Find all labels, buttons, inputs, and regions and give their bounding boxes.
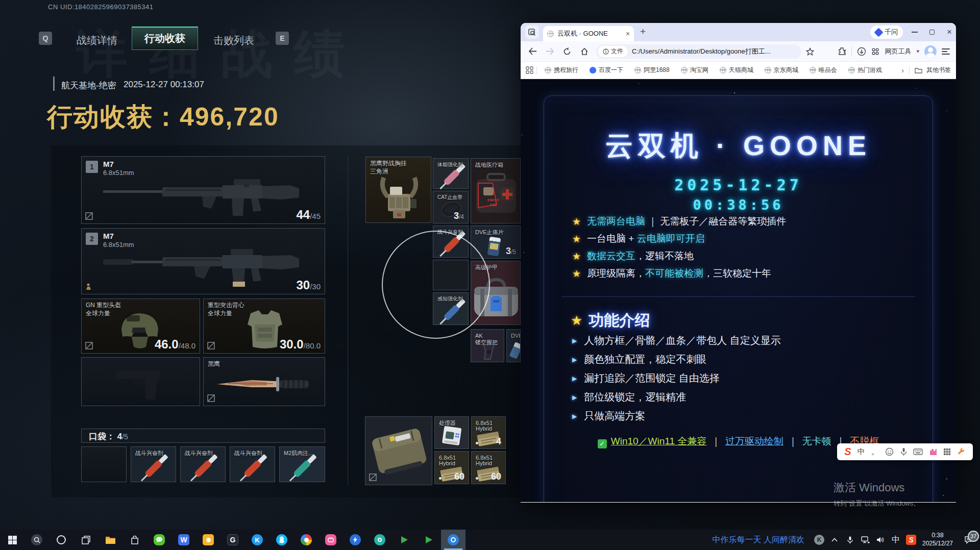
app-thunder-button[interactable] <box>343 530 368 550</box>
taskbar-clock[interactable]: 0:38 2025/12/27 <box>919 532 957 547</box>
pocket-slot-empty[interactable] <box>81 446 127 482</box>
app-g-button[interactable]: G <box>220 530 245 550</box>
tab-close-icon[interactable]: × <box>626 30 630 37</box>
store-button[interactable] <box>122 530 147 550</box>
notification-center-button[interactable]: 37 <box>957 536 980 544</box>
bookmark-tmall[interactable]: 天猫商城 <box>715 66 758 74</box>
tab-battle-detail[interactable]: 战绩详情 <box>77 34 117 47</box>
processor-card[interactable]: 处理器 <box>434 416 469 449</box>
other-bookmarks-label[interactable]: 其他书签 <box>926 66 951 74</box>
ime-mode-chinese[interactable]: 中 <box>857 447 865 457</box>
clipped-item-card[interactable]: DVE <box>506 329 521 362</box>
ammo-card-1[interactable]: 6.8x51 Hybrid 4 <box>471 416 506 449</box>
bookmark-star-button[interactable] <box>801 47 819 56</box>
emoji-icon[interactable] <box>885 447 894 456</box>
qq-button[interactable] <box>270 530 294 550</box>
pocket-slot-stim-1[interactable]: 战斗兴奋剂 <box>131 446 176 482</box>
bookmark-vip[interactable]: 唯品会 <box>805 66 842 74</box>
vest-slot[interactable]: 重型突击背心 全球力量 30.0/80.0 <box>203 298 325 354</box>
app-k-button[interactable]: K <box>245 530 270 550</box>
active-tab[interactable]: 云双机 · GOONE × <box>543 26 634 41</box>
mic-icon[interactable] <box>900 447 907 456</box>
tab-search-icon <box>528 29 536 36</box>
tab-action-harvest[interactable]: 行动收获 <box>132 27 198 50</box>
supply-case-card[interactable] <box>365 416 432 485</box>
sogou-logo-icon[interactable]: S <box>844 446 851 458</box>
wechat-button[interactable] <box>147 530 172 550</box>
tab-key-right: E <box>276 32 289 45</box>
extensions-puzzle-icon[interactable] <box>838 47 846 56</box>
medkit-card[interactable]: 战地医疗箱 FIRST AID <box>471 158 521 223</box>
new-tab-button[interactable]: + <box>640 26 646 37</box>
back-button[interactable] <box>524 47 541 55</box>
tray-network-icon[interactable] <box>857 536 873 543</box>
tray-chevron-up-icon[interactable] <box>827 538 842 542</box>
bullet-icon: ▶ <box>572 394 577 401</box>
toolbox-grid-icon[interactable] <box>943 448 951 456</box>
app-w-button[interactable]: W <box>172 530 196 550</box>
weapon-slot-2[interactable]: 2 M7 6.8x51mm 30/30 <box>81 228 325 294</box>
minimize-button[interactable] <box>906 23 923 41</box>
taskbar-search-button[interactable] <box>24 530 49 550</box>
active-browser-button[interactable] <box>441 530 465 550</box>
tab-search-button[interactable] <box>525 26 539 39</box>
profile-avatar[interactable] <box>924 45 937 58</box>
tray-sogou-icon[interactable]: S <box>903 535 919 545</box>
browser-colorful-button[interactable] <box>294 530 318 550</box>
ammo-card-3[interactable]: 6.8x51 Hybrid 60 <box>471 451 506 484</box>
qianwen-button[interactable]: 千问 <box>870 26 903 39</box>
tray-ime-indicator[interactable]: 中 <box>888 535 903 545</box>
item-name: 战斗兴奋剂 <box>185 449 213 457</box>
reload-button[interactable] <box>558 47 576 56</box>
helmet-slot[interactable]: GN 重型头盔 全球力量 46.0/48.0 <box>81 298 200 354</box>
bookmark-1688[interactable]: 阿里1688 <box>630 66 674 74</box>
bookmark-jd[interactable]: 京东商城 <box>760 66 803 74</box>
tray-mic-icon[interactable] <box>842 536 857 544</box>
remote-app-2-button[interactable] <box>416 530 441 550</box>
downloads-icon[interactable] <box>857 47 866 56</box>
file-explorer-button[interactable] <box>98 530 122 550</box>
url-text[interactable]: C:/Users/Administrator/Desktop/goone打图工.… <box>632 47 771 56</box>
bookmark-taobao[interactable]: 淘宝网 <box>676 66 713 74</box>
weapon-slot-1[interactable]: 1 M7 6.8x51mm 44/45 <box>81 156 325 224</box>
web-tools-label[interactable]: 网页工具 <box>885 47 911 56</box>
skin-puzzle-icon[interactable] <box>929 448 937 456</box>
tools-chevron-down-icon[interactable]: ▾ <box>916 48 919 55</box>
app-pink-button[interactable] <box>318 530 343 550</box>
bookmark-hot-games[interactable]: 热门游戏 <box>844 66 887 74</box>
stamina-stim-card[interactable]: 体能强化剂 <box>433 158 469 189</box>
remote-app-1-button[interactable] <box>392 530 416 550</box>
bookmark-xiecheng[interactable]: 携程旅行 <box>540 66 583 74</box>
browser-menu-icon[interactable] <box>942 47 950 56</box>
task-view-button[interactable] <box>74 530 98 550</box>
ammo-card-2[interactable]: 6.8x51 Hybrid 60 <box>434 451 469 484</box>
app-yellow-button[interactable] <box>196 530 220 550</box>
pocket-slot-stim-3[interactable]: 战斗兴奋剂 <box>230 446 275 482</box>
bookmarks-overflow-chevron-icon[interactable]: › <box>901 66 904 74</box>
knife-slot[interactable]: 黑鹰 <box>203 357 325 406</box>
ime-punctuation[interactable]: 。 <box>871 447 879 457</box>
start-button[interactable] <box>0 530 24 550</box>
pocket-slot-m2[interactable]: M2肌肉注... <box>279 446 325 482</box>
apps-grid-icon[interactable] <box>526 66 533 74</box>
app-teal-button[interactable] <box>368 530 392 550</box>
keyboard-icon[interactable] <box>913 448 923 455</box>
address-bar[interactable]: 文件 C:/Users/Administrator/Desktop/goone打… <box>596 44 801 59</box>
maximize-button[interactable] <box>923 23 941 41</box>
tray-k-app-icon[interactable]: K <box>812 535 827 545</box>
ak-grip-card[interactable]: AK 镂空握把 <box>471 329 504 362</box>
cat-tourniquet-card[interactable]: CAT止血带 3/4 <box>433 191 469 223</box>
close-button[interactable]: × <box>941 23 956 41</box>
pistol-slot[interactable] <box>81 357 200 406</box>
home-button[interactable] <box>576 47 593 56</box>
wrench-icon[interactable] <box>958 448 966 456</box>
tab-kill-list[interactable]: 击败列表 <box>213 34 254 47</box>
tools-grid-icon[interactable] <box>871 47 879 56</box>
tray-volume-icon[interactable] <box>873 536 888 543</box>
chest-rig-card[interactable]: 黑鹰野战胸挂 三角洲 <box>365 157 431 223</box>
windows-logo-icon <box>8 536 17 544</box>
cortana-button[interactable] <box>49 530 74 550</box>
pocket-slot-stim-2[interactable]: 战斗兴奋剂 <box>180 446 226 482</box>
forward-button[interactable] <box>541 47 558 55</box>
bookmark-baidu[interactable]: 百度一下 <box>585 66 628 74</box>
